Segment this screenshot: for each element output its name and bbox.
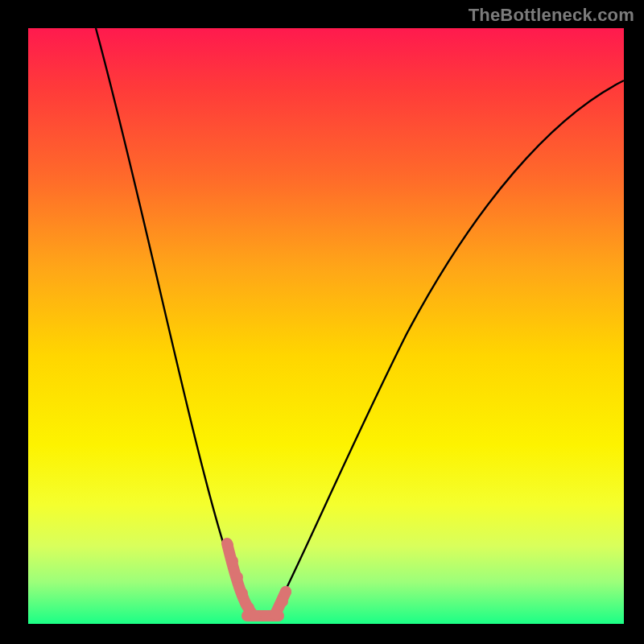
chart-frame: TheBottleneck.com [0, 0, 644, 644]
plot-area [28, 28, 624, 624]
bottleneck-curve-svg [28, 28, 624, 624]
svg-point-7 [270, 609, 282, 620]
bottleneck-curve [96, 28, 624, 616]
svg-point-3 [237, 588, 248, 599]
svg-point-2 [232, 572, 243, 583]
svg-point-9 [280, 586, 291, 597]
svg-point-8 [277, 596, 288, 607]
svg-point-6 [261, 610, 272, 621]
watermark-text: TheBottleneck.com [469, 5, 634, 26]
svg-point-5 [250, 610, 261, 621]
svg-point-0 [222, 539, 233, 551]
svg-point-1 [227, 555, 238, 567]
